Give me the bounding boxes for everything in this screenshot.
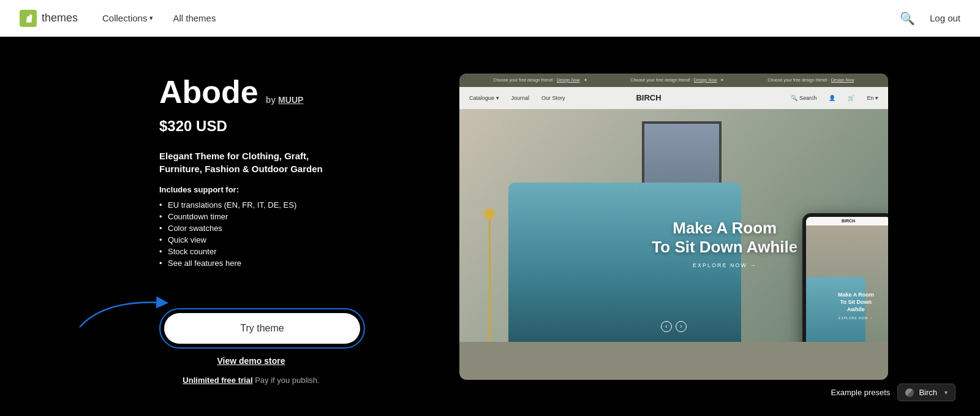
main-content: Abode by MUUP $320 USD Elegant Theme for…	[0, 37, 980, 416]
includes-label: Includes support for:	[159, 185, 343, 194]
logo-text: themes	[42, 12, 78, 25]
mobile-preview: BIRCH Make A RoomTo Sit DownAwhile EXPLO…	[802, 213, 888, 342]
store-nav-ourstory: Our Story	[541, 95, 565, 101]
try-theme-border: Try theme	[159, 308, 365, 349]
preset-name: Birch	[919, 388, 937, 397]
theme-author-block: by MUUP	[266, 95, 304, 105]
theme-price: $320 USD	[159, 118, 343, 135]
store-nav-catalogue: Catalogue ▾	[469, 95, 499, 101]
main-nav: Collections ▾ All themes	[102, 13, 900, 23]
preset-color-dot	[905, 388, 914, 397]
promo-text-1: Choose your free design friend! · Design…	[493, 78, 587, 83]
promo-text-2: Choose your free design friend! · Design…	[630, 78, 724, 83]
promo-bar: Choose your free design friend! · Design…	[459, 74, 888, 87]
trial-regular: Pay if you publish.	[255, 376, 320, 385]
store-lang: En ▾	[867, 95, 878, 101]
feature-item: Quick view	[159, 234, 343, 246]
floor-lamp	[484, 208, 495, 342]
store-brand: BIRCH	[636, 93, 661, 102]
theme-preview: Choose your free design friend! · Design…	[459, 74, 888, 380]
free-trial-text: Unlimited free trial Pay if you publish.	[159, 376, 343, 385]
presets-bar: Example presets Birch ▾	[831, 384, 956, 401]
store-nav-journal: Journal	[511, 95, 530, 101]
theme-name: Abode	[159, 74, 258, 110]
mobile-brand: BIRCH	[842, 219, 855, 223]
theme-description: Elegant Theme for Clothing, Graft, Furni…	[159, 149, 343, 175]
promo-text-3: Choose your free design friend! · Design…	[767, 78, 854, 82]
preset-chevron-icon: ▾	[944, 389, 948, 396]
feature-item: Countdown timer	[159, 211, 343, 222]
left-panel: Abode by MUUP $320 USD Elegant Theme for…	[0, 37, 380, 416]
header: themes Collections ▾ All themes 🔍 Log ou…	[0, 0, 980, 37]
by-label: by	[266, 95, 276, 105]
trial-bold: Unlimited free trial	[183, 376, 252, 385]
store-account: 👤	[829, 95, 835, 101]
feature-item-see-all[interactable]: See all features here	[159, 257, 343, 269]
feature-item: Color swatches	[159, 222, 343, 234]
author-name: MUUP	[278, 95, 303, 105]
right-panel: Choose your free design friend! · Design…	[380, 37, 980, 416]
shopify-icon	[20, 10, 37, 27]
store-nav: Catalogue ▾ Journal Our Story BIRCH 🔍 Se…	[459, 87, 888, 109]
hero-text: Make A Room To Sit Down Awhile EXPLORE N…	[652, 219, 797, 268]
view-demo-link[interactable]: View demo store	[159, 356, 343, 366]
logo[interactable]: themes	[20, 10, 78, 27]
chevron-down-icon: ▾	[149, 14, 153, 22]
feature-item: Stock counter	[159, 246, 343, 257]
try-theme-area: Try theme View demo store Unlimited free…	[159, 308, 343, 385]
store-search: 🔍 Search	[791, 95, 816, 101]
theme-title-block: Abode by MUUP	[159, 74, 343, 110]
nav-collections[interactable]: Collections ▾	[102, 13, 153, 23]
store-hero: Make A Room To Sit Down Awhile EXPLORE N…	[459, 109, 888, 342]
presets-dropdown[interactable]: Birch ▾	[897, 384, 956, 401]
search-icon: 🔍	[900, 12, 915, 25]
nav-all-themes[interactable]: All themes	[173, 13, 216, 23]
store-cart: 🛒	[848, 95, 854, 101]
feature-item: EU translations (EN, FR, IT, DE, ES)	[159, 199, 343, 211]
logout-button[interactable]: Log out	[930, 13, 960, 23]
search-button[interactable]: 🔍	[900, 11, 915, 26]
features-list: EU translations (EN, FR, IT, DE, ES) Cou…	[159, 199, 343, 269]
header-actions: 🔍 Log out	[900, 11, 960, 26]
try-theme-button[interactable]: Try theme	[164, 313, 360, 344]
presets-label: Example presets	[831, 388, 891, 397]
carousel-nav: ‹ ›	[661, 321, 687, 332]
